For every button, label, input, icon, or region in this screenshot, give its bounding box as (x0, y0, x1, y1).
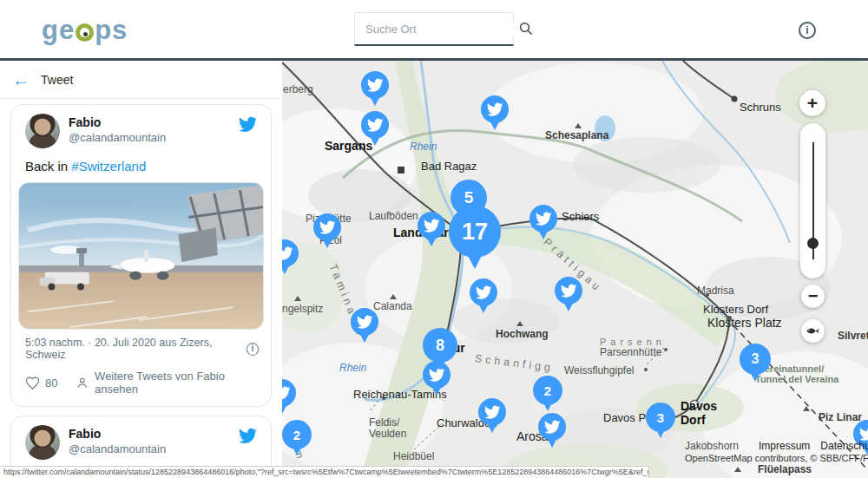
tweet-author-name[interactable]: Fabio (69, 427, 239, 441)
map-label: Dorf (681, 413, 706, 427)
tweet-cluster-marker[interactable]: 2 (282, 420, 312, 449)
map-label: Silvrett (838, 330, 868, 342)
datenschutz-link[interactable]: Datenschutz (820, 440, 868, 452)
map-label: Calanda (373, 300, 412, 312)
logo-text-pre: ge (42, 15, 75, 46)
peak-triangle-icon (516, 321, 523, 326)
cluster-count: 17 (462, 219, 488, 246)
twitter-bird-icon (424, 218, 440, 234)
tweet-marker[interactable] (418, 212, 445, 239)
map-label: Klosters Dorf (703, 303, 768, 316)
tweet-cluster-marker[interactable]: 3 (740, 344, 771, 375)
zoom-out-button[interactable]: − (801, 285, 825, 308)
tweet-author-handle[interactable]: @calandamountain (69, 131, 239, 144)
search-input[interactable] (365, 23, 518, 36)
baselayer-toggle-button[interactable] (801, 319, 825, 343)
map-label: erberg (283, 83, 313, 95)
minus-icon: − (808, 286, 819, 306)
header-info-button[interactable]: i (799, 22, 816, 39)
map-label: Parsennhütte (600, 346, 661, 358)
twitter-bird-icon (561, 283, 577, 299)
peak-triangle-icon (390, 294, 397, 299)
map-label: Laufböden (369, 210, 418, 222)
tweet-author-name[interactable]: Fabio (69, 115, 239, 129)
map-label: Jakobshorn (685, 440, 739, 452)
hashtag-link[interactable]: #Switzerland (71, 159, 146, 174)
tweet-author-handle[interactable]: @calandamountain (69, 442, 239, 455)
more-tweets-link[interactable]: Weitere Tweets von Fabio ansehen (76, 370, 257, 396)
map-label: Schruns (740, 101, 781, 114)
search-button[interactable] (518, 21, 534, 36)
tweet-marker[interactable] (361, 71, 389, 99)
heart-icon (25, 376, 40, 390)
zoom-slider[interactable] (800, 123, 825, 278)
avatar[interactable] (25, 425, 60, 460)
tweet-header: Fabio @calandamountain (11, 416, 271, 460)
peak-triangle-icon (294, 296, 301, 301)
map-label: Klosters Platz (707, 316, 782, 330)
twitter-bird-icon (487, 101, 503, 118)
twitter-bird-icon (484, 404, 501, 421)
tweet-marker[interactable] (529, 205, 557, 232)
back-button[interactable]: ← (12, 71, 30, 88)
cluster-count: 8 (436, 337, 444, 355)
tweet-photo[interactable] (18, 182, 264, 330)
tweet-cluster-marker[interactable]: 2 (533, 376, 562, 405)
peak-triangle-icon (803, 406, 810, 411)
tweet-cluster-marker[interactable]: 17 (449, 206, 501, 258)
tweet-marker[interactable] (538, 413, 566, 441)
map-label: Davos (681, 399, 717, 413)
tweet-marker[interactable] (313, 213, 341, 241)
tweet-marker[interactable] (351, 308, 378, 336)
map-label: Weissfluhgipfel (564, 364, 634, 377)
plus-icon: + (807, 93, 818, 114)
app-header: geps i (0, 0, 868, 61)
twitter-bird-icon[interactable] (239, 427, 257, 445)
twitter-bird-icon (357, 314, 373, 331)
twitter-bird-icon (367, 77, 384, 94)
twitter-bird-icon (319, 219, 336, 236)
fish-icon (806, 324, 820, 338)
map-label: Madrisa (697, 285, 734, 297)
person-icon (76, 376, 89, 390)
tweet-marker[interactable] (361, 111, 389, 139)
airport-photo-illustration (19, 183, 263, 329)
map-label: Veulden (369, 428, 406, 440)
tweet-cluster-marker[interactable]: 8 (423, 328, 457, 363)
impressum-link[interactable]: Impressum (759, 440, 810, 452)
peak-triangle-icon (734, 467, 741, 472)
avatar[interactable] (25, 114, 60, 148)
tweet-marker[interactable] (481, 95, 509, 123)
search-box (354, 12, 514, 46)
twitter-bird-icon[interactable] (239, 115, 257, 134)
cluster-count: 2 (544, 383, 551, 398)
logo-ring-icon (76, 23, 94, 42)
search-icon (518, 21, 534, 36)
more-tweets-label: Weitere Tweets von Fabio ansehen (95, 370, 257, 396)
geops-logo: geps (42, 15, 128, 46)
map-label: Hochwang (496, 328, 549, 340)
tweet-marker[interactable] (555, 277, 582, 304)
zoom-in-button[interactable]: + (799, 90, 825, 116)
panel-title: Tweet (41, 73, 73, 87)
map-label: Bad Ragaz (421, 160, 477, 173)
tweet-marker[interactable] (470, 278, 497, 306)
map-label: Rhein (410, 141, 437, 153)
map-label: Flüelapass (758, 463, 812, 475)
like-group[interactable]: 80 (25, 376, 57, 390)
poi-dot (644, 368, 648, 371)
browser-status-bar: https://twitter.com/calandamountain/stat… (0, 466, 649, 478)
map-label: Davos Pl (603, 411, 648, 424)
tweet-card[interactable]: Fabio @calandamountain Back in #Switzerl… (10, 104, 272, 407)
tweet-cluster-marker[interactable]: 3 (646, 403, 675, 432)
map-label: ngelspitz (282, 303, 323, 315)
tweet-panel: ← Tweet Fabio @calandamountain Back in #… (0, 61, 282, 478)
tweet-info-icon[interactable]: i (247, 343, 259, 356)
map-label: Feldis/ (369, 416, 399, 429)
tweet-marker[interactable] (478, 398, 506, 426)
map-attribution: OpenStreetMap contributors, © SBB/CFF/FF… (685, 453, 868, 463)
zoom-slider-handle[interactable] (807, 238, 819, 249)
cluster-count: 3 (752, 351, 760, 367)
map-label: Tunnel del Veraina (755, 374, 838, 384)
map-canvas[interactable]: erbergSargansRheinBad RagazSchrunsSchesa… (282, 61, 868, 478)
